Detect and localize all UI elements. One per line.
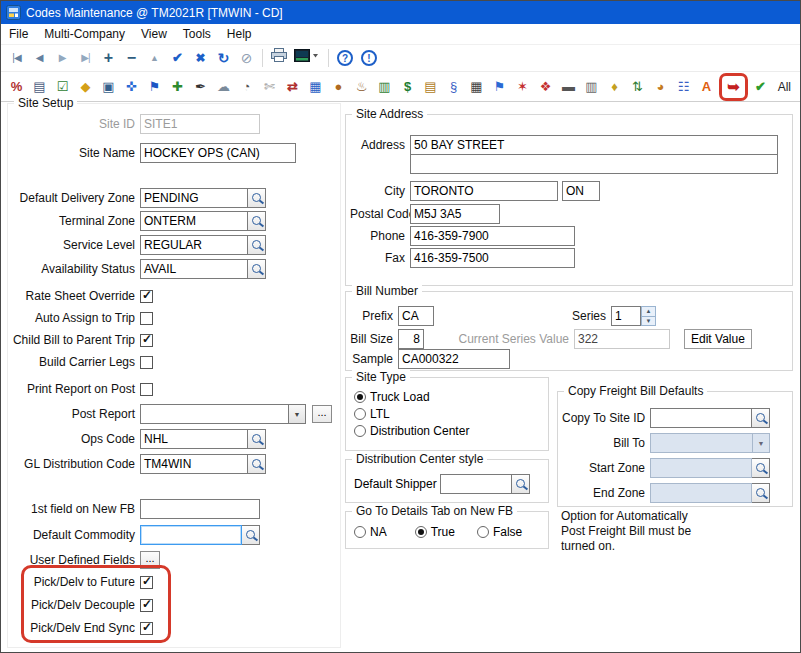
cup-icon[interactable]: ♨: [350, 76, 373, 98]
gauge-icon[interactable]: ◔: [235, 76, 258, 98]
star-red-icon[interactable]: ✶: [511, 76, 534, 98]
prior-record-icon[interactable]: ◀: [28, 46, 51, 70]
refresh-icon[interactable]: ↻: [212, 46, 235, 70]
next-record-icon[interactable]: ▶: [51, 46, 74, 70]
default-delivery-zone-lookup-button[interactable]: [248, 188, 266, 208]
gl-distribution-code-lookup-button[interactable]: [248, 454, 266, 474]
phone-field[interactable]: 416-359-7900: [410, 226, 575, 246]
auto-assign-to-trip-checkbox[interactable]: [140, 312, 153, 325]
burst-icon[interactable]: ❖: [534, 76, 557, 98]
insert-record-icon[interactable]: +: [97, 46, 120, 70]
default-delivery-zone-field[interactable]: PENDING: [140, 188, 248, 208]
menu-multi-company[interactable]: Multi-Company: [36, 27, 133, 41]
menu-help[interactable]: Help: [219, 27, 260, 41]
sample-field[interactable]: CA000322: [398, 349, 510, 369]
truck-load-radio[interactable]: [354, 391, 366, 403]
titlebar[interactable]: Codes Maintenance @ TM2021R [TMWIN - CD]: [1, 1, 800, 24]
copy-to-site-id-field[interactable]: [650, 408, 752, 428]
terminal-zone-field[interactable]: ONTERM: [140, 211, 248, 231]
postal-code-field[interactable]: M5J 3A5: [410, 204, 500, 224]
add-truck-icon[interactable]: ✚: [166, 76, 189, 98]
end-zone-field[interactable]: [650, 483, 752, 503]
first-record-icon[interactable]: |◀: [5, 46, 28, 70]
forms-icon[interactable]: ▤: [28, 76, 51, 98]
abacus-icon[interactable]: ☷: [672, 76, 695, 98]
post-edit-icon[interactable]: ✔: [166, 46, 189, 70]
delete-record-icon[interactable]: −: [120, 46, 143, 70]
help-icon[interactable]: ?: [337, 50, 353, 66]
palette-icon[interactable]: ◕: [649, 76, 672, 98]
goto-false-radio[interactable]: [477, 526, 489, 538]
copy-to-site-id-lookup-button[interactable]: [752, 408, 770, 428]
prefix-field[interactable]: CA: [398, 306, 434, 326]
about-icon[interactable]: !: [361, 50, 377, 66]
pen-icon[interactable]: ✒: [189, 76, 212, 98]
abort-icon[interactable]: ⊘: [235, 46, 258, 70]
service-level-lookup-button[interactable]: [248, 235, 266, 255]
province-field[interactable]: ON: [562, 181, 600, 201]
gl-distribution-code-field[interactable]: TM4WIN: [140, 454, 248, 474]
grid-icon[interactable]: ▦: [465, 76, 488, 98]
split-arrows-icon[interactable]: ⇄: [281, 76, 304, 98]
default-shipper-lookup-button[interactable]: [512, 474, 530, 494]
ops-code-field[interactable]: NHL: [140, 429, 248, 449]
screen-dropdown-icon[interactable]: [290, 46, 324, 70]
rates-icon[interactable]: §: [442, 76, 465, 98]
default-shipper-field[interactable]: [440, 474, 512, 494]
first-field-new-fb-field[interactable]: [140, 499, 260, 519]
bill-size-field[interactable]: 8: [398, 329, 424, 349]
ledger-icon[interactable]: ▥: [373, 76, 396, 98]
post-report-dropdown-button[interactable]: [289, 404, 306, 424]
scissors-icon[interactable]: ✄: [258, 76, 281, 98]
pick-delv-to-future-checkbox[interactable]: [140, 576, 153, 589]
child-bill-to-parent-trip-checkbox[interactable]: [140, 334, 153, 347]
ops-code-lookup-button[interactable]: [248, 429, 266, 449]
address-line1-field[interactable]: 50 BAY STREET: [410, 135, 778, 155]
post-report-field[interactable]: [140, 404, 289, 424]
address-line2-field[interactable]: [410, 154, 778, 174]
ltl-radio[interactable]: [354, 408, 366, 420]
build-carrier-legs-checkbox[interactable]: [140, 356, 153, 369]
cloud-icon[interactable]: ☁: [212, 76, 235, 98]
post-report-ellipsis-button[interactable]: ...: [312, 405, 332, 423]
service-level-field[interactable]: REGULAR: [140, 235, 248, 255]
default-commodity-lookup-button[interactable]: [242, 525, 260, 545]
distribution-center-radio[interactable]: [354, 425, 366, 437]
flag-icon[interactable]: ⚑: [143, 76, 166, 98]
safe-icon[interactable]: ◆: [74, 76, 97, 98]
availability-status-field[interactable]: AVAIL: [140, 259, 248, 279]
flag-blue-icon[interactable]: ⚑: [488, 76, 511, 98]
default-commodity-field[interactable]: [140, 525, 242, 545]
film-icon[interactable]: ▬: [557, 76, 580, 98]
bill-to-field[interactable]: [650, 433, 753, 453]
user-defined-fields-button[interactable]: ...: [140, 551, 160, 569]
start-zone-lookup-button[interactable]: [752, 458, 770, 478]
print-icon[interactable]: [267, 46, 290, 70]
filter-all[interactable]: All: [778, 80, 791, 94]
pushpin-icon[interactable]: ✜: [120, 76, 143, 98]
goto-na-radio[interactable]: [354, 526, 366, 538]
last-record-icon[interactable]: ▶|: [74, 46, 97, 70]
menu-tools[interactable]: Tools: [175, 27, 219, 41]
database-icon[interactable]: ▥: [580, 76, 603, 98]
pick-delv-decouple-checkbox[interactable]: [140, 599, 153, 612]
barrel-icon[interactable]: ●: [327, 76, 350, 98]
edit-record-icon[interactable]: ▲: [143, 46, 166, 70]
copy-page-icon[interactable]: ▣: [97, 76, 120, 98]
letter-a-icon[interactable]: A: [695, 76, 718, 98]
money-icon[interactable]: $: [396, 76, 419, 98]
calendar-icon[interactable]: ▦: [304, 76, 327, 98]
bill-to-dropdown-button[interactable]: [753, 433, 770, 453]
series-field[interactable]: 1: [611, 306, 641, 326]
city-field[interactable]: TORONTO: [410, 181, 558, 201]
rate-sheet-override-checkbox[interactable]: [140, 290, 153, 303]
redirect-arrow-icon[interactable]: ➥: [722, 76, 745, 98]
series-spinner[interactable]: ▲▼: [641, 306, 656, 326]
menu-view[interactable]: View: [133, 27, 175, 41]
checklist-icon[interactable]: ☑: [51, 76, 74, 98]
fax-field[interactable]: 416-359-7500: [410, 248, 575, 268]
bell-icon[interactable]: ♦: [603, 76, 626, 98]
site-name-field[interactable]: HOCKEY OPS (CAN): [140, 143, 296, 163]
book-icon[interactable]: ▤: [419, 76, 442, 98]
check-green-icon[interactable]: ✔: [749, 76, 772, 98]
